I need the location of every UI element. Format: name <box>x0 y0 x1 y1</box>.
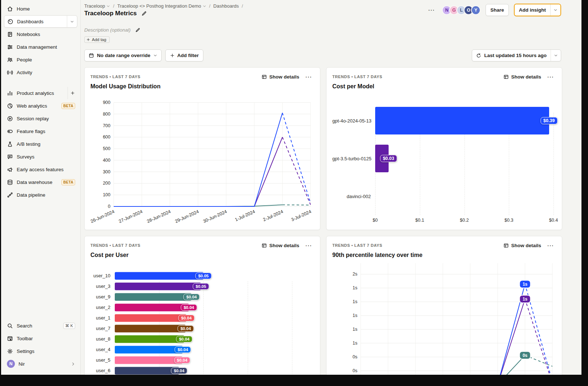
cost-per-model-chart[interactable]: gpt-4o-2024-05-13$0.39gpt-3.5-turbo-0125… <box>332 102 556 225</box>
description-row: Description (optional) <box>84 27 141 33</box>
bar-user_7[interactable] <box>115 325 186 332</box>
sidebar-item-dashboards[interactable]: Dashboards <box>4 15 77 28</box>
insight-title: 90th percentile latency over time <box>332 251 556 260</box>
avatar-Y[interactable]: Y <box>471 5 480 15</box>
sidebar-top-group: Home Dashboards Notebooks Data managemen… <box>1 0 80 79</box>
latency-line-chart[interactable]: 2s1s1s1s1s1s0s0s0s1s1s <box>332 261 556 375</box>
sidebar-item-surveys[interactable]: Surveys <box>4 150 77 163</box>
dashboard-more-button[interactable]: ⋯ <box>426 6 437 14</box>
svg-text:1s: 1s <box>353 285 357 290</box>
bar-user_10[interactable] <box>115 272 203 280</box>
card-more-button[interactable]: ⋯ <box>545 241 556 250</box>
share-button[interactable]: Share <box>486 4 509 16</box>
sidebar-item-session-replay[interactable]: Session replay <box>4 112 77 125</box>
header-actions: ⋯ NGLOY Share Add insight <box>426 4 561 16</box>
breadcrumb-project[interactable]: Traceloop <box>84 3 110 9</box>
main-content: Traceloop / Traceloop <> Posthog Integra… <box>81 0 581 375</box>
bar-user_5[interactable] <box>115 356 182 364</box>
card-more-button[interactable]: ⋯ <box>303 73 314 81</box>
svg-text:1s: 1s <box>523 282 528 287</box>
latency-chart[interactable]: 2s1s1s1s1s1s0s0s0s1s1s <box>332 261 556 375</box>
sidebar-item-data-management[interactable]: Data management <box>4 41 77 53</box>
svg-text:500: 500 <box>103 146 110 151</box>
show-details-button[interactable]: Show details <box>261 74 299 80</box>
bar-gpt-4o-2024-05-13[interactable] <box>375 107 549 134</box>
sidebar-item-settings[interactable]: Settings <box>4 345 77 357</box>
plus-icon <box>70 91 75 95</box>
bar-category-label: user_2 <box>90 305 115 310</box>
breadcrumb-workspace[interactable]: Traceloop <> Posthog Integration Demo <box>117 3 206 9</box>
bar-user_3[interactable] <box>115 282 201 290</box>
refresh-options-button[interactable] <box>551 50 561 61</box>
sidebar-dashboards-expand[interactable] <box>67 16 77 27</box>
sidebar-item-early-access[interactable]: Early access features <box>4 163 77 176</box>
add-insight-caret-button[interactable] <box>550 4 560 16</box>
bar-row: user_3$0.05 <box>90 281 310 291</box>
edit-description-button[interactable] <box>134 27 141 33</box>
bar-value-badge: $0.04 <box>178 325 194 332</box>
insight-title: Cost per Model <box>332 82 556 91</box>
sidebar-item-label: Data pipeline <box>17 192 45 198</box>
sidebar-item-label: A/B testing <box>17 141 40 147</box>
sidebar-item-activity[interactable]: Activity <box>4 66 77 79</box>
svg-text:3-Jul-2024: 3-Jul-2024 <box>291 209 312 222</box>
bar-value-badge: $0.04 <box>181 304 197 311</box>
card-more-button[interactable]: ⋯ <box>545 73 556 81</box>
sidebar-item-profile[interactable]: N Nir <box>4 358 77 370</box>
flask-icon <box>7 141 13 147</box>
bar-user_1[interactable] <box>115 314 186 322</box>
bar-user_4[interactable] <box>115 346 183 353</box>
show-details-button[interactable]: Show details <box>503 243 541 248</box>
data-management-icon <box>7 44 13 50</box>
cost-per-user-chart[interactable]: user_10$0.05user_3$0.05user_9$0.04user_2… <box>90 270 314 375</box>
last-updated-group: Last updated 15 hours ago <box>472 49 561 61</box>
show-details-button[interactable]: Show details <box>503 74 541 80</box>
sidebar-item-notebooks[interactable]: Notebooks <box>4 28 77 40</box>
title-row: Traceloop Metrics <box>84 10 148 17</box>
sidebar-item-home[interactable]: Home <box>4 3 77 15</box>
sidebar-item-label: Product analytics <box>17 91 54 96</box>
add-insight-button[interactable]: Add insight <box>515 4 550 16</box>
bar-row: user_4$0.04 <box>90 344 310 355</box>
date-range-override-group: No date range override <box>84 49 162 61</box>
sidebar-item-data-pipeline[interactable]: Data pipeline <box>4 189 77 201</box>
bar-user_6[interactable] <box>115 367 179 374</box>
refresh-button[interactable]: Last updated 15 hours ago <box>472 50 551 61</box>
date-range-override-label: No date range override <box>97 53 150 58</box>
sidebar-item-label: Session replay <box>17 116 49 121</box>
show-details-button[interactable]: Show details <box>261 243 299 248</box>
bar-user_9[interactable] <box>115 293 191 301</box>
add-tag-button[interactable]: Add tag <box>84 36 110 43</box>
breadcrumb-dashboards[interactable]: Dashboards <box>213 3 239 9</box>
sidebar-item-product-analytics[interactable]: Product analytics <box>4 87 77 99</box>
insight-card-model-usage: TRENDS • LAST 7 DAYS Show details ⋯ Mode… <box>84 67 320 230</box>
bar-user_8[interactable] <box>115 335 184 343</box>
sidebar-item-people[interactable]: People <box>4 53 77 66</box>
sidebar-item-data-warehouse[interactable]: Data warehouse BETA <box>4 176 77 188</box>
svg-text:700: 700 <box>103 123 110 128</box>
sidebar-item-toolbar[interactable]: Toolbar <box>4 332 77 345</box>
sidebar-item-feature-flags[interactable]: Feature flags <box>4 125 77 137</box>
card-more-button[interactable]: ⋯ <box>303 241 314 250</box>
model-usage-chart[interactable]: 900800700600500400300200100026-Jun-20242… <box>90 92 314 230</box>
show-details-label: Show details <box>511 74 541 80</box>
bar-user_2[interactable] <box>115 303 189 311</box>
add-tag-label: Add tag <box>92 37 106 42</box>
sidebar-item-web-analytics[interactable]: Web analytics BETA <box>4 100 77 112</box>
sidebar-item-ab-testing[interactable]: A/B testing <box>4 138 77 150</box>
model-usage-line-chart[interactable]: 900800700600500400300200100026-Jun-20242… <box>90 92 314 230</box>
x-tick-label: $0.3 <box>504 218 513 223</box>
edit-title-button[interactable] <box>141 10 148 17</box>
details-icon <box>503 74 509 80</box>
bar-category-label: gpt-3.5-turbo-0125 <box>332 156 375 161</box>
date-range-override-button[interactable]: No date range override <box>85 50 161 61</box>
svg-text:300: 300 <box>103 169 110 174</box>
line-series-0-projection <box>283 205 311 205</box>
add-product-analytics-button[interactable] <box>68 87 77 99</box>
add-filter-button[interactable]: Add filter <box>165 49 203 61</box>
sidebar-item-label: Data management <box>17 44 57 50</box>
sidebar-item-label: Early access features <box>17 167 64 172</box>
bar-value-badge: $0.05 <box>193 283 209 290</box>
bar-value-badge: $0.04 <box>178 315 195 321</box>
sidebar-item-search[interactable]: Search ⌘ K <box>4 319 77 332</box>
